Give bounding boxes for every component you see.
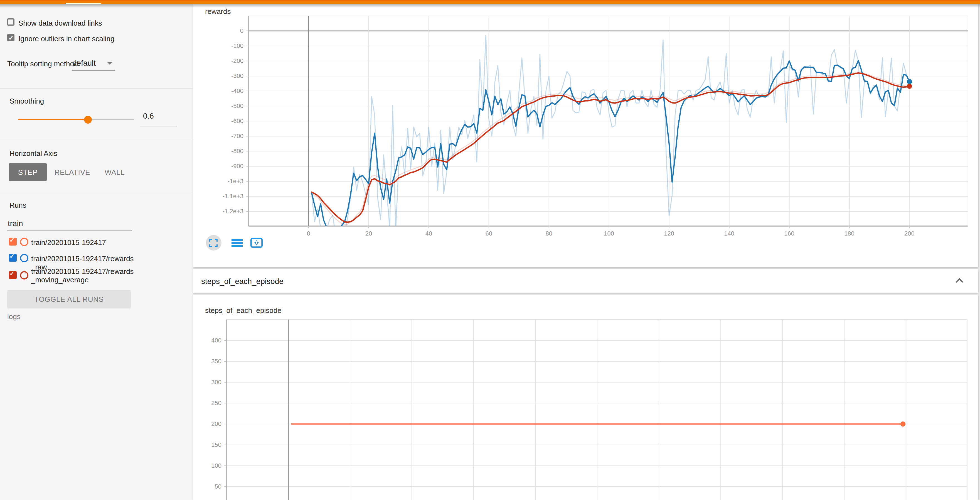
dropdown-arrow-icon[interactable]	[107, 62, 112, 65]
collapse-chevron-icon[interactable]	[955, 276, 964, 286]
svg-text:-400: -400	[231, 88, 243, 94]
fit-domain-icon[interactable]	[250, 238, 262, 248]
axis-wall-button[interactable]: WALL	[100, 163, 129, 181]
horizontal-axis-label: Horizontal Axis	[10, 149, 57, 158]
section-header-card[interactable]: steps_of_each_episode	[193, 269, 978, 293]
svg-text:150: 150	[211, 441, 221, 448]
svg-text:180: 180	[844, 230, 854, 237]
run-label: train/20201015-192417/rewards_moving_ave…	[31, 268, 135, 284]
svg-text:0: 0	[240, 27, 243, 34]
svg-text:400: 400	[211, 337, 221, 344]
tooltip-sorting-label: Tooltip sorting method:	[7, 60, 80, 68]
check-icon: ✓	[10, 237, 14, 244]
sidebar-divider	[0, 140, 192, 140]
svg-text:-900: -900	[231, 162, 243, 170]
data-table-icon[interactable]	[231, 238, 242, 247]
svg-text:350: 350	[211, 357, 221, 365]
check-icon: ✓	[10, 253, 14, 260]
chart-toolbar	[206, 235, 269, 250]
logdir-label: logs	[7, 312, 21, 321]
ignore-outliers-checkbox[interactable]: ✓	[7, 34, 14, 41]
active-tab-indicator	[66, 3, 101, 4]
section-header-title: steps_of_each_episode	[201, 277, 283, 285]
svg-text:50: 50	[215, 483, 221, 490]
run-label: train/20201015-192417	[31, 239, 135, 247]
run-filter-input[interactable]: train	[8, 219, 23, 228]
run-row: ✓ train/20201015-192417/rewards_raw	[0, 254, 184, 264]
check-icon: ✓	[10, 270, 14, 277]
rewards-chart-canvas[interactable]: 0-100-200-300-400-500-600-700-800-900-1e…	[193, 11, 978, 250]
run-solo-radio[interactable]	[20, 254, 29, 262]
svg-text:-1e+3: -1e+3	[228, 178, 243, 185]
run-checkbox[interactable]: ✓	[9, 238, 16, 245]
ignore-outliers-label: Ignore outliers in chart scaling	[18, 35, 115, 43]
sidebar-divider	[0, 193, 192, 193]
smoothing-value-input[interactable]: 0.6	[143, 111, 154, 120]
sidebar-divider	[0, 88, 192, 89]
svg-text:300: 300	[211, 378, 221, 385]
run-solo-radio[interactable]	[20, 238, 29, 246]
svg-text:100: 100	[211, 462, 221, 469]
show-download-links-checkbox[interactable]	[7, 18, 14, 25]
svg-text:60: 60	[485, 230, 492, 237]
svg-text:160: 160	[784, 230, 794, 237]
svg-text:20: 20	[365, 230, 372, 237]
svg-text:-600: -600	[231, 118, 243, 124]
run-filter-underline	[7, 231, 132, 231]
smoothing-slider-fill	[18, 119, 88, 120]
smoothing-label: Smoothing	[10, 97, 44, 105]
tooltip-sorting-select[interactable]: default	[72, 59, 96, 67]
axis-relative-button[interactable]: RELATIVE	[53, 163, 92, 181]
run-solo-radio[interactable]	[20, 271, 29, 280]
svg-text:120: 120	[663, 230, 674, 237]
svg-text:200: 200	[211, 420, 221, 427]
run-row: ✓ train/20201015-192417	[0, 238, 184, 248]
axis-step-button[interactable]: STEP	[9, 163, 47, 181]
rewards-card: rewards 0-100-200-300-400-500-600-700-80…	[193, 4, 978, 267]
svg-text:200: 200	[904, 230, 914, 237]
svg-text:-300: -300	[231, 72, 243, 80]
svg-text:140: 140	[724, 230, 734, 237]
smoothing-slider-thumb[interactable]	[84, 116, 92, 124]
settings-sidebar: Show data download links ✓ Ignore outlie…	[0, 4, 192, 500]
svg-text:0: 0	[307, 230, 310, 237]
svg-text:-1.2e+3: -1.2e+3	[222, 208, 243, 215]
svg-text:-100: -100	[231, 42, 243, 49]
svg-text:-1.1e+3: -1.1e+3	[222, 193, 243, 200]
svg-text:250: 250	[211, 399, 221, 406]
app-header-bar	[0, 0, 980, 4]
expand-icon[interactable]	[206, 235, 221, 250]
steps-chart-canvas[interactable]: 40035030025020015010050	[193, 315, 978, 500]
svg-text:-200: -200	[231, 57, 243, 64]
run-checkbox[interactable]: ✓	[9, 254, 16, 261]
svg-text:40: 40	[425, 230, 432, 237]
svg-text:80: 80	[546, 230, 552, 237]
steps-card: steps_of_each_episode 400350300250200150…	[193, 294, 978, 500]
runs-section-label: Runs	[10, 201, 26, 209]
header-top-line	[0, 0, 980, 1]
check-icon: ✓	[8, 33, 14, 42]
toggle-all-runs-button[interactable]: TOGGLE ALL RUNS	[7, 290, 131, 309]
svg-text:-700: -700	[231, 132, 243, 140]
svg-text:-500: -500	[231, 102, 243, 110]
smoothing-value-underline	[140, 126, 177, 126]
svg-text:-800: -800	[231, 148, 243, 154]
steps-chart-title: steps_of_each_episode	[205, 306, 282, 314]
tensorboard-app: Show data download links ✓ Ignore outlie…	[0, 0, 980, 500]
svg-text:100: 100	[603, 230, 614, 237]
tooltip-sorting-underline	[72, 70, 115, 71]
show-download-links-label: Show data download links	[18, 19, 102, 27]
run-checkbox[interactable]: ✓	[9, 271, 16, 279]
run-row: ✓ train/20201015-192417/rewards_moving_a…	[0, 268, 184, 286]
